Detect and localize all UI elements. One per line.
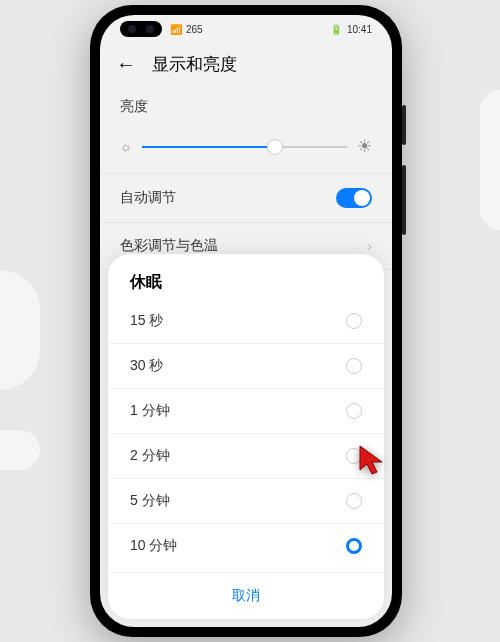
radio-icon [346,358,362,374]
chevron-right-icon: › [367,238,372,254]
brightness-label: 亮度 [100,86,392,128]
sun-dim-icon: ☼ [120,139,132,154]
sleep-option-1m[interactable]: 1 分钟 [108,388,384,433]
option-label: 15 秒 [130,312,163,330]
status-bar: 📶 265 🔋 10:41 [100,15,392,43]
cancel-button[interactable]: 取消 [108,572,384,619]
brightness-slider[interactable] [142,146,347,148]
radio-icon [346,403,362,419]
auto-adjust-label: 自动调节 [120,189,176,207]
sleep-option-2m[interactable]: 2 分钟 [108,433,384,478]
option-label: 2 分钟 [130,447,170,465]
radio-icon [346,493,362,509]
auto-adjust-row: 自动调节 [100,173,392,222]
phone-frame: 📶 265 🔋 10:41 ← 显示和亮度 亮度 ☼ ☀ 自动调节 [90,5,402,637]
sleep-option-10m[interactable]: 10 分钟 [108,523,384,568]
option-label: 5 分钟 [130,492,170,510]
sheet-title: 休眠 [108,272,384,299]
screen: 📶 265 🔋 10:41 ← 显示和亮度 亮度 ☼ ☀ 自动调节 [100,15,392,627]
sun-bright-icon: ☀ [357,136,372,157]
signal-icon: 📶 [170,24,182,35]
clock: 10:41 [347,24,372,35]
color-adjust-label: 色彩调节与色温 [120,237,218,255]
brightness-slider-row: ☼ ☀ [100,128,392,173]
radio-icon [346,313,362,329]
sleep-option-15s[interactable]: 15 秒 [108,299,384,343]
battery-icon: 🔋 [330,24,342,35]
option-label: 10 分钟 [130,537,177,555]
option-label: 30 秒 [130,357,163,375]
header: ← 显示和亮度 [100,43,392,86]
sleep-option-5m[interactable]: 5 分钟 [108,478,384,523]
sleep-picker-sheet: 休眠 15 秒 30 秒 1 分钟 2 分钟 5 分钟 1 [108,254,384,619]
sleep-option-30s[interactable]: 30 秒 [108,343,384,388]
page-title: 显示和亮度 [152,53,237,76]
back-icon[interactable]: ← [116,53,136,76]
option-label: 1 分钟 [130,402,170,420]
radio-selected-icon [346,538,362,554]
auto-adjust-toggle[interactable] [336,188,372,208]
slider-thumb[interactable] [267,139,283,155]
network-label: 265 [186,24,203,35]
radio-icon [346,448,362,464]
camera-notch [120,21,162,37]
